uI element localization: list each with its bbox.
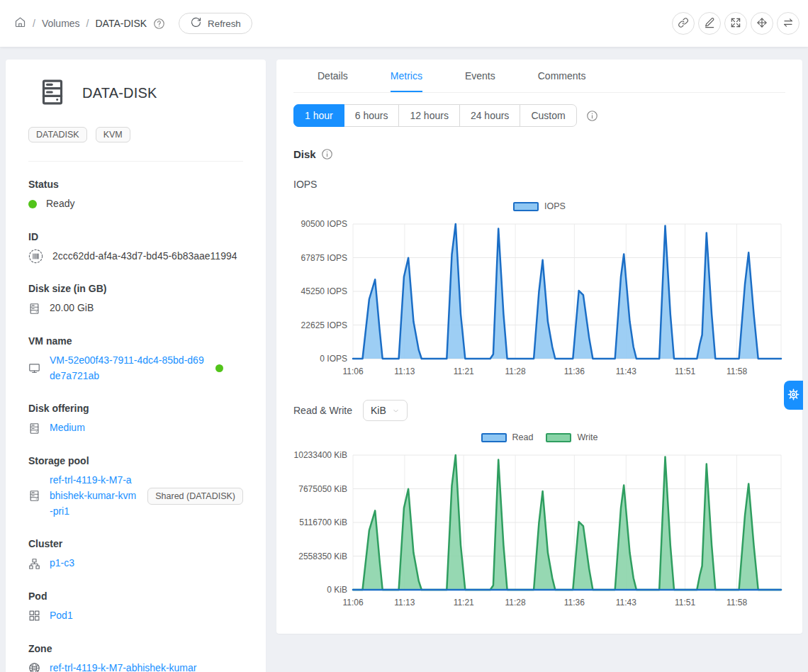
top-bar: / Volumes / DATA-DISK Refresh — [0, 0, 808, 47]
svg-text:11:36: 11:36 — [564, 598, 585, 607]
chart-iops: IOPSIOPS0 IOPS22625 IOPS45250 IOPS67875 … — [293, 179, 785, 381]
chart-plot: 0 KiB2558350 KiB5116700 KiB7675050 KiB10… — [293, 445, 785, 612]
svg-text:90500 IOPS: 90500 IOPS — [301, 219, 347, 229]
disk-icon — [28, 303, 40, 315]
legend-iops[interactable]: IOPS — [513, 201, 566, 211]
legend-write[interactable]: Write — [546, 432, 597, 442]
svg-text:67875 IOPS: 67875 IOPS — [301, 253, 347, 263]
chevron-down-icon — [392, 407, 400, 415]
svg-text:11:36: 11:36 — [564, 366, 585, 376]
tab-details[interactable]: Details — [318, 60, 348, 92]
time-range-row: 1 hour6 hours12 hours24 hoursCustom — [293, 104, 785, 127]
tab-bar: DetailsMetricsEventsComments — [293, 60, 785, 93]
field-value-row: ref-trl-4119-k-M7-abhishek-kumar — [28, 661, 243, 672]
field-label: Status — [28, 179, 243, 190]
svg-text:11:21: 11:21 — [454, 366, 474, 376]
legend-label: IOPS — [544, 201, 566, 211]
content-area: DATA-DISK DATADISK KVM StatusReadyID2ccc… — [0, 47, 808, 672]
info-icon[interactable] — [586, 110, 598, 122]
svg-text:11:28: 11:28 — [505, 598, 526, 607]
field-label: Pod — [28, 590, 243, 602]
refresh-button[interactable]: Refresh — [179, 13, 252, 34]
field-value[interactable]: ref-trl-4119-k-M7-abhishek-kumar-kvm-pri… — [50, 473, 137, 519]
unit-select-value: KiB — [371, 405, 386, 416]
svg-text:11:06: 11:06 — [342, 366, 363, 376]
link-icon — [678, 17, 689, 30]
range-custom[interactable]: Custom — [520, 104, 576, 127]
svg-text:45250 IOPS: 45250 IOPS — [301, 286, 347, 296]
svg-text:0 IOPS: 0 IOPS — [320, 354, 347, 364]
tab-comments[interactable]: Comments — [538, 60, 586, 92]
svg-text:22625 IOPS: 22625 IOPS — [301, 320, 347, 330]
disk-heading-label: Disk — [293, 148, 316, 160]
field-value[interactable]: VM-52e00f43-7911-4dc4-85bd-d69de7a721ab — [50, 353, 206, 383]
range-1-hour[interactable]: 1 hour — [293, 104, 344, 127]
reload-icon — [190, 16, 202, 30]
breadcrumb-separator: / — [33, 18, 35, 29]
svg-text:11:13: 11:13 — [394, 598, 415, 607]
field-value[interactable]: p1-c3 — [50, 556, 74, 571]
svg-text:0 KiB: 0 KiB — [327, 585, 347, 595]
vm-state-dot-icon — [215, 364, 223, 372]
field-value[interactable]: Pod1 — [50, 608, 73, 624]
chart-title-row: Read & WriteKiB — [293, 400, 785, 421]
charts-container: IOPSIOPS0 IOPS22625 IOPS45250 IOPS67875 … — [293, 179, 785, 612]
field-label: Storage pool — [28, 455, 243, 466]
resize-volume-button[interactable] — [724, 12, 747, 35]
swap-icon — [782, 17, 794, 30]
svg-text:11:58: 11:58 — [726, 598, 747, 607]
change-offering-button[interactable] — [777, 12, 799, 35]
help-icon[interactable] — [153, 18, 165, 30]
range-6-hours[interactable]: 6 hours — [344, 104, 400, 127]
arrows-out-icon — [730, 17, 741, 30]
svg-text:11:51: 11:51 — [675, 366, 695, 376]
svg-text:7675050 KiB: 7675050 KiB — [298, 484, 347, 494]
field-value: 20.00 GiB — [50, 301, 94, 316]
svg-text:10233400 KiB: 10233400 KiB — [294, 450, 347, 460]
barcode-icon — [28, 249, 43, 264]
chart-plot: 0 IOPS22625 IOPS45250 IOPS67875 IOPS9050… — [293, 214, 785, 381]
breadcrumb: / Volumes / DATA-DISK Refresh — [14, 13, 252, 34]
cluster-icon — [28, 558, 40, 570]
tab-metrics[interactable]: Metrics — [391, 60, 422, 92]
edit-volume-button[interactable] — [698, 12, 721, 35]
settings-fab[interactable] — [784, 381, 803, 410]
svg-text:11:43: 11:43 — [616, 598, 636, 607]
metrics-card: DetailsMetricsEventsComments 1 hour6 hou… — [276, 60, 802, 634]
field-value-row: ref-trl-4119-k-M7-abhishek-kumar-kvm-pri… — [28, 473, 243, 519]
breadcrumb-volumes[interactable]: Volumes — [42, 18, 80, 29]
field-label: Disk offering — [28, 403, 243, 414]
range-24-hours[interactable]: 24 hours — [459, 104, 520, 127]
field-value-row: VM-52e00f43-7911-4dc4-85bd-d69de7a721ab — [28, 353, 243, 383]
range-12-hours[interactable]: 12 hours — [398, 104, 459, 127]
field-value: 2ccc62dd-af4a-43d7-bd45-6b83aae11994 — [52, 249, 237, 264]
resource-header: DATA-DISK — [38, 78, 243, 108]
field-value-row: p1-c3 — [28, 556, 243, 571]
disk-section-heading: Disk — [293, 148, 785, 160]
breadcrumb-current: DATA-DISK — [95, 18, 147, 29]
migrate-volume-button[interactable] — [751, 12, 773, 35]
legend-swatch — [546, 433, 571, 442]
chart-title: IOPS — [293, 179, 317, 190]
attach-volume-button[interactable] — [672, 12, 695, 35]
svg-text:11:13: 11:13 — [394, 366, 415, 376]
move-icon — [756, 17, 768, 30]
field-label: Disk size (in GB) — [28, 283, 243, 294]
svg-text:2558350 KiB: 2558350 KiB — [298, 551, 347, 561]
scope-badge: Shared (DATADISK) — [147, 488, 243, 505]
field-label: Cluster — [28, 538, 243, 549]
chart-legend: ReadWrite — [293, 431, 785, 444]
field-value: Ready — [46, 196, 74, 212]
info-icon[interactable] — [321, 148, 333, 160]
svg-text:11:21: 11:21 — [454, 598, 474, 607]
field-value-row: 2ccc62dd-af4a-43d7-bd45-6b83aae11994 — [28, 249, 243, 264]
grid-icon — [28, 610, 40, 622]
home-icon[interactable] — [14, 16, 26, 30]
field-value[interactable]: Medium — [50, 420, 85, 436]
tab-events[interactable]: Events — [465, 60, 495, 92]
legend-swatch — [513, 202, 539, 211]
tag-datadisk: DATADISK — [28, 127, 87, 142]
unit-select[interactable]: KiB — [363, 400, 408, 421]
field-value[interactable]: ref-trl-4119-k-M7-abhishek-kumar — [50, 661, 196, 672]
legend-read[interactable]: Read — [481, 432, 534, 442]
